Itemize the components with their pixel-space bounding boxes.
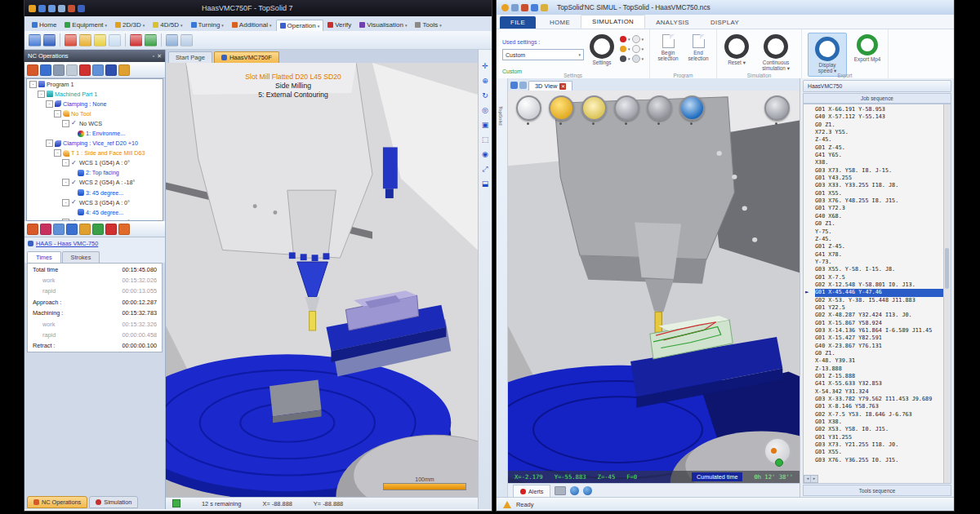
tree-item[interactable]: -✓WCS 1 (G54) A : 0° xyxy=(27,158,163,168)
orbit-icon[interactable]: ◎ xyxy=(480,105,490,115)
panel-tool-icon[interactable] xyxy=(40,64,51,76)
tool-icon[interactable] xyxy=(541,4,548,11)
tab-3d-view[interactable]: 3D View ✕ xyxy=(528,81,572,91)
gcode-line[interactable]: G41 X78. xyxy=(815,251,943,259)
gcode-line[interactable]: Y-75. xyxy=(815,228,943,236)
gcode-line[interactable]: X72.3 Y55. xyxy=(815,129,943,136)
material-folder-button[interactable] xyxy=(549,95,574,121)
gcode-line[interactable]: G02 X-53. Y-38. I5.448 J11.883 xyxy=(815,297,943,304)
undo-icon[interactable] xyxy=(48,5,56,12)
continuous-simulation-button[interactable]: Continuous simulation ▾ xyxy=(756,33,795,71)
gcode-line[interactable]: G0 Z1. xyxy=(815,122,943,129)
doc-icon[interactable] xyxy=(166,34,178,47)
cube-icon[interactable]: ▣ xyxy=(480,120,490,130)
gcode-line[interactable]: G41 X-55.633 Y32.853 xyxy=(815,380,943,388)
ribbon-tab-additional[interactable]: Additional▾ xyxy=(228,19,276,31)
select-icon[interactable] xyxy=(29,34,41,47)
print-icon[interactable] xyxy=(68,5,75,12)
settings-button[interactable]: Settings xyxy=(590,33,614,65)
record-icon[interactable] xyxy=(521,4,528,11)
end-selection-button[interactable]: End selection xyxy=(686,33,710,61)
used-settings-select[interactable]: Custom ▾ xyxy=(502,49,584,60)
gcode-line[interactable]: X38. xyxy=(815,159,943,166)
panel-bottom-icon[interactable] xyxy=(53,224,65,235)
white-dot-icon[interactable] xyxy=(632,35,640,43)
tree-item[interactable]: -Machined Part 1 xyxy=(27,89,163,99)
ribbon-tab-display[interactable]: DISPLAY xyxy=(700,16,750,29)
panel-bottom-icon[interactable] xyxy=(92,224,104,235)
gcode-line[interactable]: G01 X38. xyxy=(815,419,943,426)
app-icon[interactable] xyxy=(29,5,36,12)
gcode-line[interactable]: Z-45. xyxy=(815,236,943,243)
gcode-doc-tab[interactable]: HaasVMC750 xyxy=(803,80,951,92)
tree-item[interactable]: -No Tool xyxy=(27,109,163,118)
job-sequence-header[interactable]: Job sequence xyxy=(803,93,951,104)
panel-tool-icon[interactable] xyxy=(118,64,130,76)
panel-tool-icon[interactable] xyxy=(66,64,78,76)
expander-icon[interactable]: - xyxy=(54,149,61,157)
gcode-line[interactable]: G02 X-7.5 Y53. I8.646 J-6.763 xyxy=(815,411,943,419)
tree-item[interactable]: -Clamping : Vice_ref D20 +10 xyxy=(27,139,163,148)
gcode-line[interactable]: G0 Z1. xyxy=(815,220,943,228)
red-dot-icon[interactable] xyxy=(620,36,626,42)
panel-tool-icon[interactable] xyxy=(92,64,104,76)
panel-bottom-icon[interactable] xyxy=(105,224,117,235)
view-icon[interactable] xyxy=(510,82,518,89)
gcode-line[interactable]: Y-73. xyxy=(815,259,943,266)
close-view-icon[interactable]: ✕ xyxy=(559,83,566,90)
open-icon[interactable] xyxy=(511,4,519,11)
tree-item[interactable]: -Program 1 xyxy=(27,79,163,89)
info-circle-icon[interactable] xyxy=(570,486,579,495)
gcode-line[interactable]: G01 X-66.191 Y-58.953 xyxy=(815,106,943,113)
ribbon-tab-home[interactable]: HOME xyxy=(539,16,581,29)
gcode-line[interactable]: G01 X-15.867 Y58.924 xyxy=(815,320,943,327)
panel-tool-icon[interactable] xyxy=(53,64,65,76)
gcode-line[interactable]: G01 X-7.5 xyxy=(815,274,943,281)
gcode-line[interactable]: G03 X73. Y58. I8. J-15. xyxy=(815,167,943,175)
frame-icon[interactable]: ⬚ xyxy=(480,135,490,144)
gcode-line[interactable]: G40 X-23.867 Y76.131 xyxy=(815,343,943,350)
gcode-line[interactable]: G03 X-33.782 Y79.562 I11.453 J9.689 xyxy=(815,396,943,403)
expander-icon[interactable]: - xyxy=(29,81,37,88)
app-icon[interactable] xyxy=(501,4,509,11)
ribbon-tab-tools[interactable]: Tools▾ xyxy=(411,19,445,31)
begin-selection-button[interactable]: Begin selection xyxy=(656,33,680,61)
zoom-icon[interactable]: ⊕ xyxy=(480,76,490,86)
document-view-button[interactable] xyxy=(581,95,607,121)
magnifier-icon[interactable]: ◉ xyxy=(480,149,490,159)
gcode-line[interactable]: Z-13.888 xyxy=(815,366,943,373)
expander-icon[interactable]: - xyxy=(62,120,69,127)
orientation-compass[interactable] xyxy=(764,437,791,465)
milling-icon[interactable] xyxy=(65,34,77,47)
export-mp4-button[interactable]: Export Mp4 xyxy=(853,33,882,62)
redo-icon[interactable] xyxy=(58,5,65,12)
select-box-icon[interactable] xyxy=(43,34,56,47)
help-icon[interactable] xyxy=(78,5,85,12)
tab-times[interactable]: Times xyxy=(27,251,61,263)
tab-start-page[interactable]: Start Page xyxy=(168,51,212,63)
grid-dot-icon[interactable] xyxy=(632,55,640,63)
scrollbar-thumb[interactable] xyxy=(945,248,949,289)
expander-icon[interactable]: - xyxy=(62,199,69,206)
ribbon-tab-visualisation[interactable]: Visualisation▾ xyxy=(355,19,411,31)
ribbon-tab-operation[interactable]: Operation▾ xyxy=(276,20,324,31)
expander-icon[interactable]: - xyxy=(38,91,45,98)
gcode-line[interactable]: G01 Y43.255 xyxy=(815,175,943,182)
panel-tool-icon[interactable] xyxy=(79,64,91,76)
gcode-line[interactable]: G01 Y22.5 xyxy=(815,304,943,312)
gcode-line[interactable]: G03 X55. Y-58. I-15. J8. xyxy=(815,266,943,273)
compass-top-button[interactable] xyxy=(764,95,790,121)
printer-icon[interactable] xyxy=(555,486,566,495)
gcode-line[interactable]: G01 X-8.146 Y58.763 xyxy=(815,403,943,410)
orange-dot-icon[interactable] xyxy=(620,46,626,52)
panel-tool-icon[interactable] xyxy=(27,64,38,76)
tree-item[interactable]: -T 1 : Side and Face Mill D63 xyxy=(27,148,163,158)
tree-item[interactable]: -✓No WCS xyxy=(27,118,163,128)
gcode-line[interactable]: G01 Z-45. xyxy=(815,243,943,250)
expander-icon[interactable]: - xyxy=(46,140,53,147)
gcode-line[interactable]: Z-45. xyxy=(815,136,943,144)
gcode-line[interactable]: G40 X-57.112 Y-55.143 xyxy=(815,113,943,121)
pin-icon[interactable]: ▫ xyxy=(153,53,154,59)
expander-icon[interactable]: - xyxy=(62,179,69,186)
gcode-line[interactable]: X-48. Y39.31 xyxy=(815,357,943,365)
